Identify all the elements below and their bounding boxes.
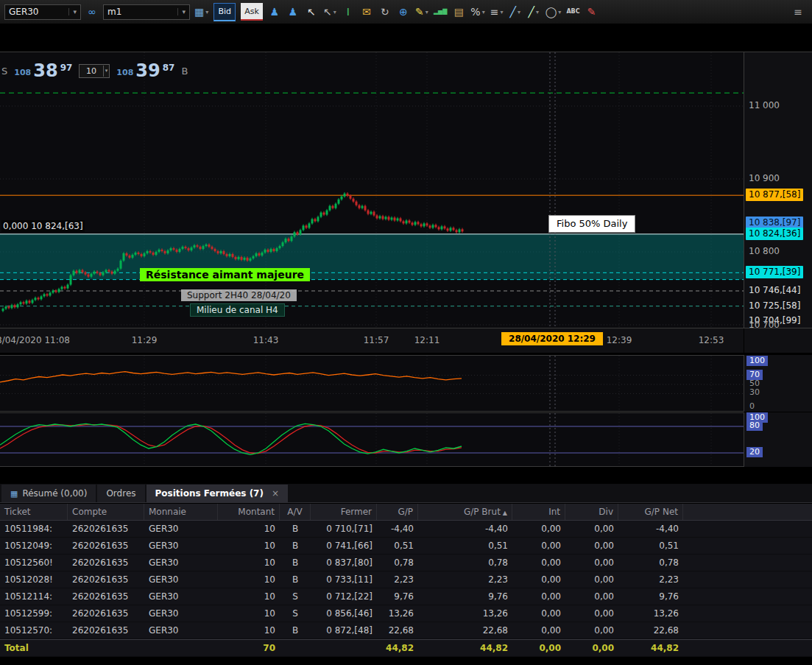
column-header-fermer[interactable]: Fermer xyxy=(311,504,377,520)
cell: -4,40 xyxy=(377,521,418,537)
quote-panel: S 108 38 97 10 ▾ 108 39 87 B xyxy=(1,61,188,80)
zoom-button[interactable]: ⊕ xyxy=(397,4,410,20)
dropdown-caret-icon: ▾ xyxy=(426,9,428,15)
refresh-button[interactable]: ↻ xyxy=(378,4,392,20)
ask-prefix: 108 xyxy=(116,68,133,77)
link-button[interactable]: ∞ xyxy=(85,4,99,20)
ibeam-button[interactable]: I xyxy=(342,4,355,20)
ask-button[interactable]: Ask xyxy=(241,3,263,21)
indicator-axis-label: 80 xyxy=(746,421,763,431)
table-row[interactable]: 10512114:2620261635GER3010S0 712,[22]9,7… xyxy=(0,588,812,605)
cell: 0,51 xyxy=(418,538,512,554)
sell-account-button[interactable]: ♟ xyxy=(286,4,300,20)
cell: 0,00 xyxy=(565,555,618,571)
column-header-montant[interactable]: Montant xyxy=(218,504,280,520)
price-axis-label: 10 725,[58] xyxy=(749,300,800,312)
cell: GER30 xyxy=(144,571,218,588)
snapshot-button[interactable]: ▤ xyxy=(452,4,465,20)
dropdown-caret-icon: ▾ xyxy=(536,9,539,15)
cell: S xyxy=(280,605,311,622)
text-tool-button[interactable]: ABC xyxy=(566,4,579,20)
cell: 0,00 xyxy=(512,555,565,571)
table-row[interactable]: 10511984:2620261635GER3010B0 710,[71]-4,… xyxy=(0,521,812,538)
windows-button[interactable]: ≡ xyxy=(791,4,805,20)
cell: 0 710,[71] xyxy=(311,521,377,537)
ask-price-button[interactable]: 108 39 87 xyxy=(116,61,174,80)
price-axis[interactable]: 11 00010 90010 877,[58]10 838,[97]10 824… xyxy=(744,52,812,328)
tab-label: Positions Fermées (7) xyxy=(155,488,264,499)
quantity-stepper[interactable]: 10 ▾ xyxy=(79,64,110,78)
indicator2-axis: 1008020 xyxy=(744,412,812,467)
column-header-monnaie[interactable]: Monnaie xyxy=(144,504,218,520)
column-header-g-p[interactable]: G/P xyxy=(377,504,418,520)
cell xyxy=(68,640,144,656)
ray-button[interactable]: ╱▾ xyxy=(527,4,540,20)
refresh-icon: ↻ xyxy=(381,7,389,17)
price-chart[interactable]: S 108 38 97 10 ▾ 108 39 87 B 0,000 10 82… xyxy=(0,52,744,328)
marker-button[interactable]: ✎ xyxy=(585,4,599,20)
timeframe-select[interactable]: m1 ▾ xyxy=(103,4,190,20)
table-row[interactable]: 10512049:2620261635GER3010B0 741,[66]0,5… xyxy=(0,538,812,555)
time-axis-highlight: 28/04/2020 12:29 xyxy=(501,332,603,345)
annotation-button[interactable]: ✉ xyxy=(360,4,373,20)
time-axis[interactable]: 8/04/2020 11:0811:2911:4311:5712:1128/04… xyxy=(0,328,744,353)
indicator-button[interactable]: ▂▅▇ xyxy=(434,4,447,20)
windows-icon: ≡ xyxy=(794,7,802,17)
column-header-compte[interactable]: Compte xyxy=(68,504,144,520)
cell: 10 xyxy=(218,521,280,537)
bid-price-button[interactable]: 108 38 97 xyxy=(14,61,72,80)
ellipse-button[interactable]: ◯▾ xyxy=(546,4,562,20)
cell: GER30 xyxy=(144,538,218,554)
cell: 2620261635 xyxy=(68,521,144,537)
indicator-icon: ▂▅▇ xyxy=(434,9,447,15)
pencil-button[interactable]: ✎▾ xyxy=(415,4,428,20)
column-header-div[interactable]: Div xyxy=(565,504,618,520)
column-header-g-p-net[interactable]: G/P Net xyxy=(618,504,683,520)
cell: 2,23 xyxy=(377,571,418,588)
filler-cell xyxy=(683,605,812,622)
cell: 0,00 xyxy=(565,640,618,656)
cell: 10 xyxy=(218,588,280,605)
cell: 10 xyxy=(218,555,280,571)
chevron-down-icon[interactable]: ▾ xyxy=(103,66,110,77)
support-annotation[interactable]: Support 2H40 28/04/20 xyxy=(181,289,297,301)
column-header-int[interactable]: Int xyxy=(512,504,565,520)
tab-close-icon[interactable]: × xyxy=(272,488,279,499)
buy-account-button[interactable]: ♟ xyxy=(268,4,281,20)
cell: 2620261635 xyxy=(68,538,144,554)
tab-ordres[interactable]: Ordres xyxy=(97,485,144,502)
trendline-button[interactable]: ╱▾ xyxy=(509,4,522,20)
cell: GER30 xyxy=(144,555,218,571)
cursor-button[interactable]: ↖ xyxy=(305,4,318,20)
table-row[interactable]: 10512560!2620261635GER3010B0 837,[80]0,7… xyxy=(0,555,812,571)
sell-side-label: S xyxy=(1,66,7,77)
midline-annotation[interactable]: Milieu de canal H4 xyxy=(190,303,285,317)
resistance-annotation[interactable]: Résistance aimant majeure xyxy=(140,268,310,281)
price-axis-label: 10 746,[44] xyxy=(749,284,800,297)
symbol-select[interactable]: GER30 ▾ xyxy=(4,4,81,20)
column-header-a-v[interactable]: A/V xyxy=(280,504,311,520)
cell: 9,76 xyxy=(418,588,512,605)
column-header-g-p-brut[interactable]: G/P Brut▲ xyxy=(418,504,512,520)
table-row[interactable]: 10512599:2620261635GER3010S0 856,[46]13,… xyxy=(0,605,812,622)
fibonacci-button[interactable]: %▾ xyxy=(470,4,484,20)
cell: GER30 xyxy=(144,605,218,622)
indicator-axis-label: 20 xyxy=(746,447,763,457)
table-row[interactable]: 10512570:2620261635GER3010B0 872,[48]22,… xyxy=(0,622,812,639)
cell: 2620261635 xyxy=(68,571,144,588)
indicator1-axis: 1007050300 xyxy=(744,355,812,412)
tab-resume[interactable]: ▦Résumé (0,00) xyxy=(1,485,96,502)
cell: 0,00 xyxy=(512,605,565,622)
chart-type-icon: ▦ xyxy=(194,7,204,17)
tab-label: Ordres xyxy=(106,488,135,499)
tab-positions-fermees[interactable]: Positions Fermées (7)× xyxy=(146,485,289,502)
bid-button[interactable]: Bid xyxy=(213,3,236,21)
pointer-mode-button[interactable]: ↖▾ xyxy=(323,4,336,20)
indicator-panel-stochastic[interactable] xyxy=(0,412,744,467)
cell: 44,82 xyxy=(377,640,418,656)
indicator-panel-rsi[interactable] xyxy=(0,355,744,412)
chart-type-button[interactable]: ▦▾ xyxy=(194,4,208,20)
table-row[interactable]: 10512028!2620261635GER3010B0 733,[11]2,2… xyxy=(0,571,812,588)
column-header-ticket[interactable]: Ticket xyxy=(0,504,68,520)
lines-button[interactable]: ≡▾ xyxy=(490,4,504,20)
